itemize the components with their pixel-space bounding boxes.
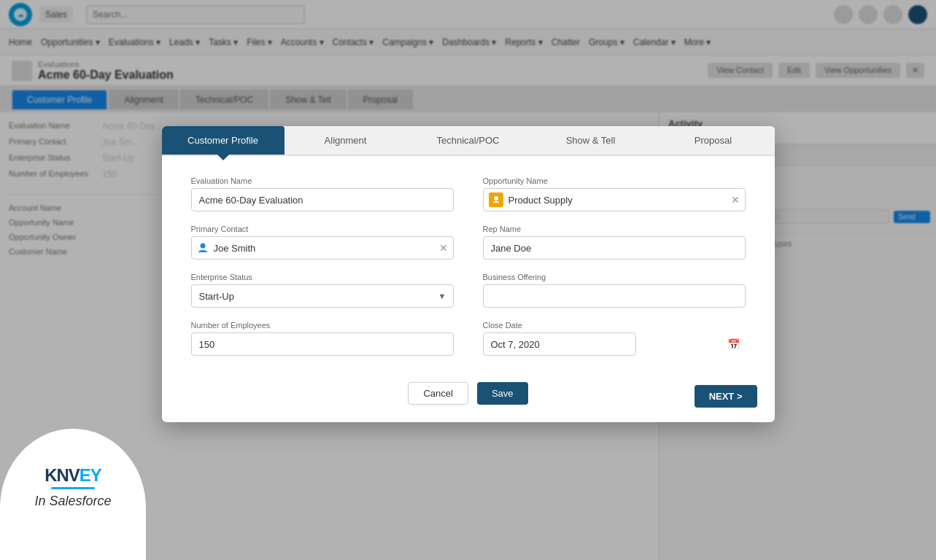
enterprise-status-wrapper: Start-Up Enterprise Mid-Market SMB ▼ [191,284,454,308]
modal-tab-bar[interactable]: Customer Profile Alignment Technical/POC… [162,126,775,156]
input-opportunity-name[interactable] [483,188,746,211]
modal-body: Evaluation Name Opportunity Name ✕ Prima… [162,156,775,370]
knvey-text-ey: EY [80,465,101,485]
label-employees: Number of Employees [191,321,454,330]
primary-contact-wrapper: ✕ [191,236,454,260]
label-business-offering: Business Offering [483,273,746,281]
modal-tab-show-tell[interactable]: Show & Tell [530,126,652,155]
label-rep-name: Rep Name [483,225,746,233]
cancel-button[interactable]: Cancel [408,382,468,405]
svg-point-3 [200,243,205,248]
label-close-date: Close Date [483,321,746,330]
save-button[interactable]: Save [477,382,528,405]
form-group-opportunity-name: Opportunity Name ✕ [483,176,746,211]
form-group-employees: Number of Employees [191,321,454,356]
label-primary-contact: Primary Contact [191,225,454,233]
select-enterprise-status[interactable]: Start-Up Enterprise Mid-Market SMB [191,284,454,308]
input-business-offering[interactable] [483,284,746,308]
form-group-primary-contact: Primary Contact ✕ [191,225,454,260]
primary-contact-clear-button[interactable]: ✕ [439,242,448,254]
input-primary-contact[interactable] [191,236,454,260]
modal-tab-proposal[interactable]: Proposal [652,126,775,155]
modal-dialog: Customer Profile Alignment Technical/POC… [162,126,775,422]
input-evaluation-name[interactable] [191,188,454,211]
form-group-rep-name: Rep Name [483,225,746,260]
modal-tab-technical-poc[interactable]: Technical/POC [407,126,530,155]
form-group-close-date: Close Date 📅 [483,321,746,356]
knvey-subtitle: In Salesforce [34,494,111,509]
input-rep-name[interactable] [483,236,746,260]
modal-footer: Cancel Save [162,370,775,422]
knvey-text-knv: KNV [45,465,80,485]
svg-point-2 [494,196,498,201]
opportunity-name-wrapper: ✕ [483,188,746,211]
modal-tab-customer-profile[interactable]: Customer Profile [162,126,285,155]
input-employees[interactable] [191,332,454,356]
modal-tab-alignment[interactable]: Alignment [285,126,407,155]
form-group-enterprise-status: Enterprise Status Start-Up Enterprise Mi… [191,273,454,308]
label-enterprise-status: Enterprise Status [191,273,454,281]
form-group-business-offering: Business Offering [483,273,746,308]
label-evaluation-name: Evaluation Name [191,176,454,185]
form-group-evaluation-name: Evaluation Name [191,176,454,211]
knvey-logo: KNVEY [45,465,101,486]
opportunity-icon [489,192,503,207]
contact-icon [197,242,209,254]
knvey-underline [51,487,95,489]
input-close-date[interactable] [483,332,636,356]
close-date-wrapper: 📅 [483,332,746,356]
next-button[interactable]: NEXT > [695,385,757,408]
label-opportunity-name: Opportunity Name [483,176,746,185]
opportunity-name-clear-button[interactable]: ✕ [731,194,740,206]
calendar-icon[interactable]: 📅 [727,338,740,350]
form-grid: Evaluation Name Opportunity Name ✕ Prima… [191,176,746,356]
